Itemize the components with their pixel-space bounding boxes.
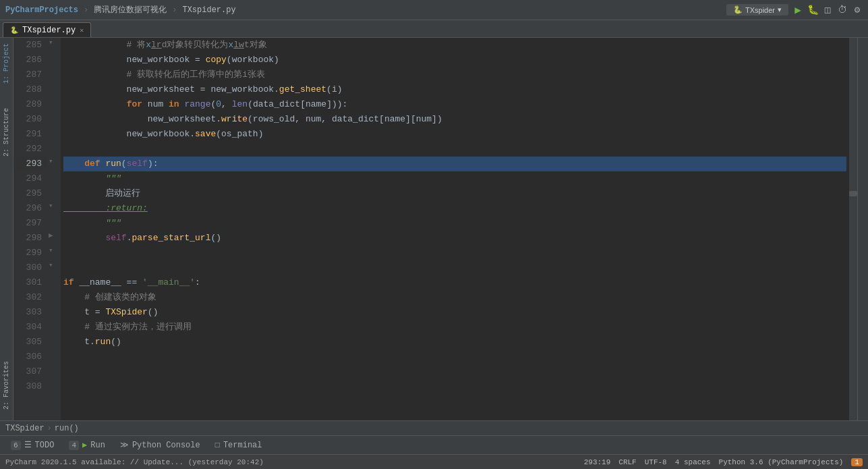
code-line-301: if __name__ == '__main__': bbox=[63, 275, 846, 290]
code-line-294: """ bbox=[63, 171, 846, 186]
breadcrumb-sep: › bbox=[47, 424, 52, 433]
line-298: 298 bbox=[13, 231, 47, 246]
coverage-button[interactable]: ◫ bbox=[822, 5, 833, 16]
run-config-icon: 🐍 bbox=[733, 5, 743, 14]
fold-marker-304[interactable]: ▾ bbox=[49, 260, 53, 269]
tab-python-console[interactable]: ≫ Python Console bbox=[113, 438, 207, 453]
titlebar-actions: 🐍 TXspider ▾ ▶ 🐛 ◫ ⏱ ⚙ bbox=[726, 4, 863, 16]
code-line-303: t = TXSpider() bbox=[63, 305, 846, 320]
statusbar-right: 293:19 CRLF UTF-8 4 spaces Python 3.6 (P… bbox=[584, 458, 863, 466]
bottom-toolbar: 6 ☰ TODO 4 ▶ Run ≫ Python Console □ Term… bbox=[0, 435, 868, 454]
file-label[interactable]: TXspider.py bbox=[182, 5, 235, 15]
python-console-label: Python Console bbox=[132, 441, 200, 450]
tab-bar: 🐍 TXspider.py ✕ bbox=[0, 20, 868, 38]
code-line-298: self.parse_start_url() bbox=[63, 231, 846, 246]
update-notice[interactable]: PyCharm 2020.1.5 available: // Update...… bbox=[5, 458, 264, 466]
line-ending[interactable]: CRLF bbox=[618, 458, 636, 466]
code-line-302: # 创建该类的对象 bbox=[63, 290, 846, 305]
debug-button[interactable]: 🐛 bbox=[807, 5, 818, 16]
run-config-selector[interactable]: 🐍 TXspider ▾ bbox=[726, 4, 788, 16]
code-line-297: """ bbox=[63, 216, 846, 231]
line-305: 305 bbox=[13, 335, 47, 350]
breadcrumb-method[interactable]: run() bbox=[55, 424, 79, 433]
code-line-299 bbox=[63, 246, 846, 260]
scroll-indicator bbox=[849, 191, 857, 196]
line-287: 287 bbox=[13, 67, 47, 82]
folder-label[interactable]: 腾讯房位数据可视化 bbox=[94, 4, 167, 16]
titlebar-breadcrumb: PyCharmProjects › 腾讯房位数据可视化 › TXspider.p… bbox=[5, 4, 236, 16]
sidebar-item-structure[interactable]: 2: Structure bbox=[1, 103, 11, 162]
indent-info[interactable]: 4 spaces bbox=[675, 458, 711, 466]
line-296: 296 bbox=[13, 201, 47, 216]
line-295: 295 bbox=[13, 186, 47, 201]
line-303: 303 bbox=[13, 305, 47, 320]
python-version[interactable]: Python 3.6 (PyCharmProjects) bbox=[719, 458, 844, 466]
line-290: 290 bbox=[13, 112, 47, 127]
line-300: 300 bbox=[13, 260, 47, 275]
tab-run[interactable]: 4 ▶ Run bbox=[62, 438, 111, 453]
notifications-count[interactable]: 1 bbox=[851, 458, 863, 466]
code-line-286: new_workbook = copy(workbook) bbox=[63, 53, 846, 67]
cursor-position[interactable]: 293:19 bbox=[584, 458, 611, 466]
profile-button[interactable]: ⏱ bbox=[837, 5, 848, 16]
run-button[interactable]: ▶ bbox=[792, 5, 803, 16]
tab-todo[interactable]: 6 ☰ TODO bbox=[4, 438, 61, 453]
tab-label: TXspider.py bbox=[22, 26, 76, 35]
line-293: 293 bbox=[13, 157, 47, 171]
code-editor: 285 286 287 288 289 290 291 292 293 294 … bbox=[13, 38, 857, 420]
code-line-288: new_worksheet = new_workbook.get_sheet(i… bbox=[63, 82, 846, 97]
line-301: 301 bbox=[13, 275, 47, 290]
code-line-305: t.run() bbox=[63, 335, 846, 350]
line-288: 288 bbox=[13, 82, 47, 97]
code-line-304: # 通过实例方法，进行调用 bbox=[63, 320, 846, 335]
main-layout: 1: Project 2: Structure 2: Favorites 285… bbox=[0, 38, 868, 420]
line-294: 294 bbox=[13, 171, 47, 186]
code-line-292 bbox=[63, 142, 846, 157]
code-line-307 bbox=[63, 364, 846, 379]
right-sidebar bbox=[857, 38, 868, 420]
titlebar: PyCharmProjects › 腾讯房位数据可视化 › TXspider.p… bbox=[0, 0, 868, 20]
code-line-293: def run(self): bbox=[63, 157, 846, 171]
line-304: 304 bbox=[13, 320, 47, 335]
tab-txspider[interactable]: 🐍 TXspider.py ✕ bbox=[3, 22, 91, 37]
todo-label: TODO bbox=[35, 441, 55, 450]
title-sep2: › bbox=[172, 5, 177, 15]
fold-marker-301[interactable]: ▶ bbox=[49, 231, 53, 240]
code-line-300 bbox=[63, 260, 846, 275]
line-307: 307 bbox=[13, 364, 47, 379]
terminal-label: Terminal bbox=[223, 441, 262, 450]
sidebar-item-favorites[interactable]: 2: Favorites bbox=[1, 356, 11, 415]
tab-terminal[interactable]: □ Terminal bbox=[208, 438, 269, 453]
line-289: 289 bbox=[13, 97, 47, 112]
line-306: 306 bbox=[13, 350, 47, 364]
line-292: 292 bbox=[13, 142, 47, 157]
fold-marker-294[interactable]: ▾ bbox=[49, 201, 53, 210]
fold-marker-302[interactable]: ▾ bbox=[49, 246, 53, 254]
sidebar-item-project[interactable]: 1: Project bbox=[1, 38, 11, 89]
tab-py-icon: 🐍 bbox=[10, 26, 18, 34]
line-286: 286 bbox=[13, 53, 47, 67]
code-line-291: new_workbook.save(os_path) bbox=[63, 127, 846, 142]
code-line-289: for num in range(0, len(data_dict[name])… bbox=[63, 97, 846, 112]
line-291: 291 bbox=[13, 127, 47, 142]
line-numbers: 285 286 287 288 289 290 291 292 293 294 … bbox=[13, 38, 47, 420]
python-console-icon: ≫ bbox=[120, 440, 129, 450]
breadcrumb-class[interactable]: TXSpider bbox=[5, 424, 45, 433]
encoding[interactable]: UTF-8 bbox=[645, 458, 667, 466]
project-label[interactable]: PyCharmProjects bbox=[5, 5, 78, 15]
fold-marker-293[interactable]: ▾ bbox=[49, 157, 53, 165]
code-line-295: 启动运行 bbox=[63, 186, 846, 201]
code-content[interactable]: # 将xlrd对象转贝转化为xlwt对象 new_workbook = copy… bbox=[61, 38, 849, 420]
line-308: 308 bbox=[13, 379, 47, 394]
fold-marker-285[interactable]: ▾ bbox=[49, 38, 53, 47]
statusbar: PyCharm 2020.1.5 available: // Update...… bbox=[0, 454, 868, 469]
chevron-down-icon: ▾ bbox=[778, 5, 782, 14]
settings-icon[interactable]: ⚙ bbox=[852, 5, 863, 16]
code-gutter: ▾ ▶ ▾ ▾ ▾ ▾ bbox=[47, 38, 61, 420]
minimap-scrollbar[interactable] bbox=[849, 38, 857, 420]
tab-close-icon[interactable]: ✕ bbox=[80, 26, 84, 34]
title-sep1: › bbox=[84, 5, 88, 15]
todo-num: 6 bbox=[11, 441, 21, 450]
run-icon: ▶ bbox=[82, 440, 87, 450]
run-config-label: TXspider bbox=[745, 6, 775, 14]
